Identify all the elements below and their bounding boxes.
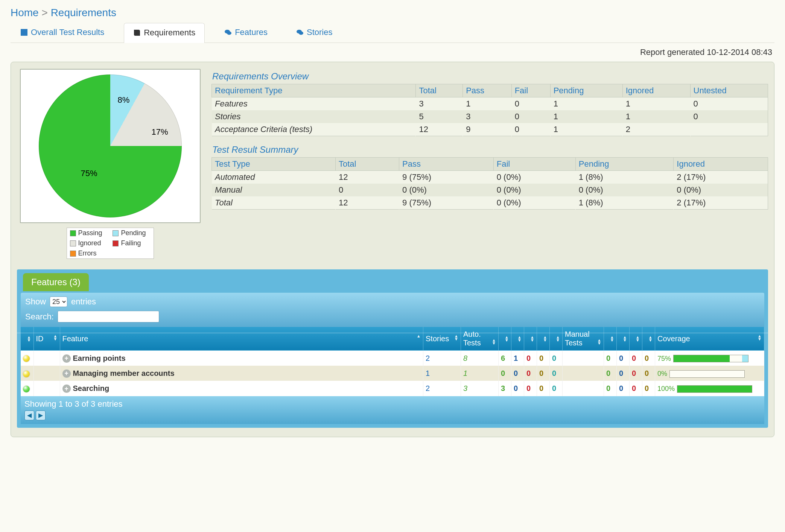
coverage-cell: 75%: [655, 351, 764, 366]
manual-status-cell: 0: [642, 381, 655, 396]
tab-requirements[interactable]: Requirements: [124, 23, 205, 43]
status-cell: [21, 381, 33, 396]
auto-status-cell: 0: [537, 381, 550, 396]
th-coverage[interactable]: Coverage▲▼: [655, 327, 764, 351]
sort-icon: ▲▼: [530, 336, 534, 342]
overview-th-fail: Fail: [511, 84, 550, 97]
th-status[interactable]: ▲▼: [21, 327, 33, 351]
manual-tests-cell: [563, 381, 604, 396]
summary-th-type: Test Type: [212, 158, 336, 171]
cell: 1: [550, 110, 622, 123]
feature-name[interactable]: Earning points: [73, 354, 126, 362]
cell: Automated: [212, 171, 336, 184]
th-stories[interactable]: Stories▲▼: [423, 327, 461, 351]
status-dot-icon: [23, 371, 30, 377]
comments-icon: [296, 29, 304, 36]
square-icon: [70, 251, 76, 257]
th-id[interactable]: ID▲▼: [33, 327, 60, 351]
show-label-post: entries: [71, 297, 96, 307]
id-cell: [33, 351, 60, 366]
th-a4[interactable]: ▲▼: [537, 327, 550, 351]
expand-button[interactable]: +: [62, 354, 71, 363]
table-row: Automated129 (75%)0 (0%)1 (8%)2 (17%): [212, 171, 768, 184]
th-feature[interactable]: Feature▲: [60, 327, 423, 351]
search-label: Search:: [25, 312, 54, 322]
cell: 12: [335, 196, 399, 210]
cell: 0: [335, 184, 399, 196]
th-manual-tests[interactable]: Manual Tests▲▼: [563, 327, 604, 351]
sort-icon: ▲▼: [648, 336, 653, 342]
th-auto-tests[interactable]: Auto. Tests▲▼: [461, 327, 499, 351]
entries-select[interactable]: 25: [50, 296, 67, 307]
search-input[interactable]: [58, 311, 159, 322]
breadcrumb-current[interactable]: Requirements: [51, 7, 116, 18]
id-cell: [33, 366, 60, 381]
feature-cell: +Managing member accounts: [60, 366, 423, 381]
overview-th-total: Total: [416, 84, 463, 97]
summary-title: Test Result Summary: [212, 144, 768, 155]
auto-status-cell: 0: [537, 351, 550, 366]
breadcrumb-home[interactable]: Home: [11, 7, 39, 18]
th-a5[interactable]: ▲▼: [550, 327, 563, 351]
cell: 0 (0%): [575, 184, 674, 196]
pager-next-button[interactable]: ▶: [36, 410, 46, 420]
cell: 2 (17%): [674, 196, 768, 210]
auto-status-cell: 3: [499, 381, 511, 396]
status-cell: [21, 351, 33, 366]
sort-icon: ▲▼: [53, 334, 58, 340]
cell: 0 (0%): [399, 184, 494, 196]
th-a2[interactable]: ▲▼: [511, 327, 524, 351]
features-grid: Features (3) Show 25 entries Search: ▲▼: [17, 269, 768, 428]
sort-icon: ▲▼: [556, 336, 560, 342]
sort-icon: ▲▼: [517, 336, 522, 342]
legend-failing: Failing: [110, 238, 153, 248]
summary-th-ignored: Ignored: [674, 158, 768, 171]
pager-prev-button[interactable]: ◀: [24, 410, 34, 420]
sort-icon: ▲▼: [27, 336, 31, 342]
cell: 12: [335, 171, 399, 184]
sort-icon: ▲▼: [505, 336, 509, 342]
grid-footer-info: Showing 1 to 3 of 3 entries: [24, 399, 123, 409]
summary-th-pending: Pending: [575, 158, 674, 171]
coverage-pct: 100%: [657, 385, 675, 392]
th-m4[interactable]: ▲▼: [642, 327, 655, 351]
table-row: Manual00 (0%)0 (0%)0 (0%)0 (0%): [212, 184, 768, 196]
th-a1[interactable]: ▲▼: [499, 327, 511, 351]
auto-status-cell: 0: [511, 366, 524, 381]
cell: Manual: [212, 184, 336, 196]
auto-status-cell: 0: [550, 366, 563, 381]
th-m2[interactable]: ▲▼: [617, 327, 630, 351]
cell: 1: [550, 97, 622, 111]
th-m3[interactable]: ▲▼: [630, 327, 642, 351]
manual-status-cell: 0: [642, 366, 655, 381]
stories-cell: 2: [423, 381, 461, 396]
expand-button[interactable]: +: [62, 385, 71, 393]
tab-features[interactable]: Features: [215, 23, 277, 43]
sort-icon: ▲▼: [636, 336, 640, 342]
legend-passing: Passing: [67, 228, 110, 238]
th-a3[interactable]: ▲▼: [524, 327, 537, 351]
cell: 0 (0%): [674, 184, 768, 196]
feature-name[interactable]: Managing member accounts: [73, 369, 175, 377]
table-row: Acceptance Criteria (tests)129012: [212, 123, 768, 136]
manual-status-cell: 0: [642, 351, 655, 366]
id-cell: [33, 381, 60, 396]
legend-ignored: Ignored: [67, 238, 110, 248]
features-grid-title: Features (3): [23, 273, 89, 291]
feature-name[interactable]: Searching: [73, 385, 110, 393]
expand-button[interactable]: +: [62, 369, 71, 378]
book-icon: [133, 29, 141, 36]
stories-cell: 2: [423, 351, 461, 366]
sort-icon: ▲▼: [454, 334, 458, 340]
square-icon: [113, 230, 119, 236]
tab-stories[interactable]: Stories: [287, 23, 341, 43]
manual-status-cell: 0: [630, 381, 642, 396]
tab-features-label: Features: [235, 27, 268, 37]
tab-overall[interactable]: Overall Test Results: [11, 23, 113, 43]
cell: Total: [212, 196, 336, 210]
th-m1[interactable]: ▲▼: [604, 327, 617, 351]
coverage-cell: 0%: [655, 366, 764, 381]
legend-pending: Pending: [110, 228, 153, 238]
auto-status-cell: 1: [511, 351, 524, 366]
square-icon: [70, 230, 76, 236]
